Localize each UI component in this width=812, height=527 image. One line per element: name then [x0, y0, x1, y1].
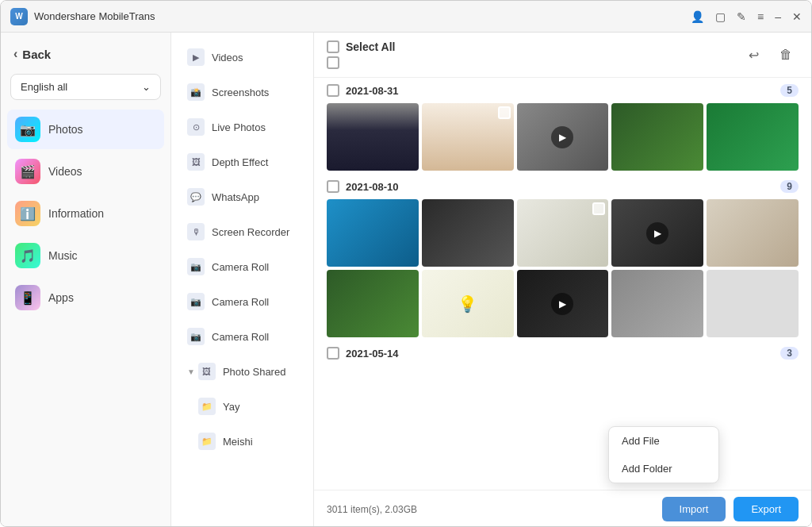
- mid-item-meishi[interactable]: 📁 Meishi: [176, 425, 308, 458]
- mid-item-yay[interactable]: 📁 Yay: [176, 390, 308, 423]
- add-folder-item[interactable]: Add Folder: [609, 455, 718, 483]
- play-button[interactable]: ▶: [551, 126, 573, 148]
- photo-cell[interactable]: [327, 103, 419, 171]
- import-button[interactable]: Import: [662, 497, 726, 521]
- sidebar-item-music[interactable]: 🎵 Music: [7, 236, 164, 275]
- undo-button[interactable]: ↩: [742, 44, 765, 66]
- mid-label-screenshots: Screenshots: [212, 87, 269, 98]
- mid-label-screen-recorder: Screen Recorder: [212, 226, 289, 238]
- photo-cell[interactable]: [611, 270, 703, 337]
- date-group-1: 2021-08-31 5 ▶: [327, 84, 799, 171]
- select-all-checkbox[interactable]: [327, 40, 339, 53]
- mid-item-screenshots[interactable]: 📸 Screenshots: [176, 75, 308, 109]
- expand-icon: ▼: [187, 367, 195, 376]
- window-icon[interactable]: ▢: [715, 10, 726, 23]
- date-group-checkbox[interactable]: [327, 56, 339, 69]
- menu-icon[interactable]: ≡: [757, 10, 764, 23]
- photo-cell[interactable]: [707, 199, 799, 267]
- window-controls[interactable]: 👤 ▢ ✎ ≡ – ✕: [691, 10, 802, 23]
- group2-checkbox[interactable]: [327, 180, 339, 193]
- select-all-label: Select All: [346, 40, 396, 53]
- play-button[interactable]: ▶: [551, 293, 573, 315]
- photo-cell[interactable]: [422, 103, 514, 171]
- mid-item-camera-roll-1[interactable]: 📷 Camera Roll: [176, 250, 308, 283]
- date-header-3: 2021-05-14 3: [327, 347, 799, 360]
- date-header-1: 2021-08-31 5: [327, 84, 799, 97]
- close-button[interactable]: ✕: [792, 10, 802, 23]
- back-label: Back: [22, 48, 51, 61]
- depth-effect-mid-icon: 🖼: [187, 153, 205, 171]
- status-text: 3011 item(s), 2.03GB: [327, 504, 417, 515]
- photo-checkbox[interactable]: [498, 106, 511, 119]
- mid-label-photo-shared: Photo Shared: [223, 366, 286, 378]
- screen-recorder-mid-icon: 🎙: [187, 223, 205, 240]
- sidebar-item-photos[interactable]: 📷 Photos: [7, 110, 164, 149]
- mid-item-screen-recorder[interactable]: 🎙 Screen Recorder: [176, 215, 308, 248]
- date-label-1: 2021-08-31: [346, 85, 774, 97]
- sidebar-item-apps[interactable]: 📱 Apps: [7, 278, 164, 317]
- photo-cell[interactable]: [611, 103, 703, 171]
- back-button[interactable]: ‹ Back: [1, 39, 170, 69]
- photo-cell[interactable]: [422, 199, 514, 267]
- sidebar-item-information[interactable]: ℹ️ Information: [7, 194, 164, 233]
- profile-icon[interactable]: 👤: [691, 10, 704, 23]
- photo-cell[interactable]: [707, 270, 799, 337]
- mid-item-camera-roll-3[interactable]: 📷 Camera Roll: [176, 320, 308, 353]
- count-badge-3: 3: [780, 347, 799, 360]
- dropdown-popup: Add File Add Folder: [608, 426, 719, 483]
- titlebar: W Wondershare MobileTrans 👤 ▢ ✎ ≡ – ✕: [1, 1, 811, 33]
- mid-label-camera-roll-2: Camera Roll: [212, 296, 269, 308]
- photo-cell[interactable]: ▶: [517, 270, 609, 337]
- play-button[interactable]: ▶: [646, 222, 668, 244]
- group1-checkbox[interactable]: [327, 84, 339, 97]
- mid-item-videos[interactable]: ▶ Videos: [176, 40, 308, 74]
- sidebar-item-videos[interactable]: 🎬 Videos: [7, 152, 164, 191]
- mid-label-camera-roll-3: Camera Roll: [212, 331, 269, 343]
- status-bar: 3011 item(s), 2.03GB Add File Add Folder…: [314, 490, 811, 527]
- edit-icon[interactable]: ✎: [737, 10, 746, 23]
- date-label-2: 2021-08-10: [346, 181, 774, 193]
- mid-item-camera-roll-2[interactable]: 📷 Camera Roll: [176, 285, 308, 318]
- apps-icon: 📱: [15, 285, 40, 310]
- photo-checkbox[interactable]: [592, 202, 605, 215]
- count-badge-2: 9: [780, 180, 799, 193]
- sidebar-label-photos: Photos: [48, 123, 83, 136]
- mid-label-depth-effect: Depth Effect: [212, 156, 268, 168]
- group3-checkbox[interactable]: [327, 347, 339, 360]
- photo-cell[interactable]: [327, 270, 419, 337]
- add-file-item[interactable]: Add File: [609, 427, 718, 455]
- mid-label-videos: Videos: [212, 52, 243, 63]
- photo-cell[interactable]: [707, 103, 799, 171]
- minimize-button[interactable]: –: [775, 10, 781, 23]
- delete-button[interactable]: 🗑: [773, 44, 799, 66]
- content-toolbar: Select All ↩ 🗑: [314, 33, 811, 78]
- meishi-mid-icon: 📁: [198, 433, 216, 450]
- app-title: Wondershare MobileTrans: [34, 10, 691, 22]
- sidebar-label-information: Information: [48, 207, 104, 220]
- photo-cell[interactable]: ▶: [517, 103, 609, 171]
- back-arrow-icon: ‹: [13, 47, 17, 61]
- photo-cell[interactable]: ▶: [611, 199, 703, 267]
- photo-cell[interactable]: [327, 199, 419, 267]
- select-all-area: Select All: [327, 40, 396, 69]
- photo-cell[interactable]: 💡: [422, 270, 514, 337]
- photos-icon: 📷: [15, 117, 40, 142]
- mid-item-depth-effect[interactable]: 🖼 Depth Effect: [176, 145, 308, 179]
- date-group-3: 2021-05-14 3: [327, 347, 799, 360]
- photo-cell[interactable]: [517, 199, 609, 267]
- device-selector[interactable]: English all ⌄: [10, 74, 161, 100]
- live-photos-mid-icon: ⊙: [187, 118, 205, 136]
- mid-item-whatsapp[interactable]: 💬 WhatsApp: [176, 180, 308, 213]
- sidebar: ‹ Back English all ⌄ 📷 Photos 🎬 Videos ℹ…: [1, 33, 171, 527]
- export-button[interactable]: Export: [733, 497, 799, 521]
- toolbar-actions: ↩ 🗑: [742, 44, 799, 66]
- photos-area: 2021-08-31 5 ▶: [314, 78, 811, 490]
- sidebar-label-apps: Apps: [48, 291, 74, 304]
- action-buttons: Add File Add Folder Import Export: [662, 497, 799, 521]
- sidebar-label-music: Music: [48, 249, 78, 262]
- photo-shared-mid-icon: 🖼: [198, 363, 216, 380]
- mid-item-photo-shared[interactable]: ▼ 🖼 Photo Shared: [176, 355, 308, 388]
- sidebar-nav: 📷 Photos 🎬 Videos ℹ️ Information 🎵 Music…: [1, 106, 170, 527]
- mid-item-live-photos[interactable]: ⊙ Live Photos: [176, 110, 308, 144]
- whatsapp-mid-icon: 💬: [187, 188, 205, 206]
